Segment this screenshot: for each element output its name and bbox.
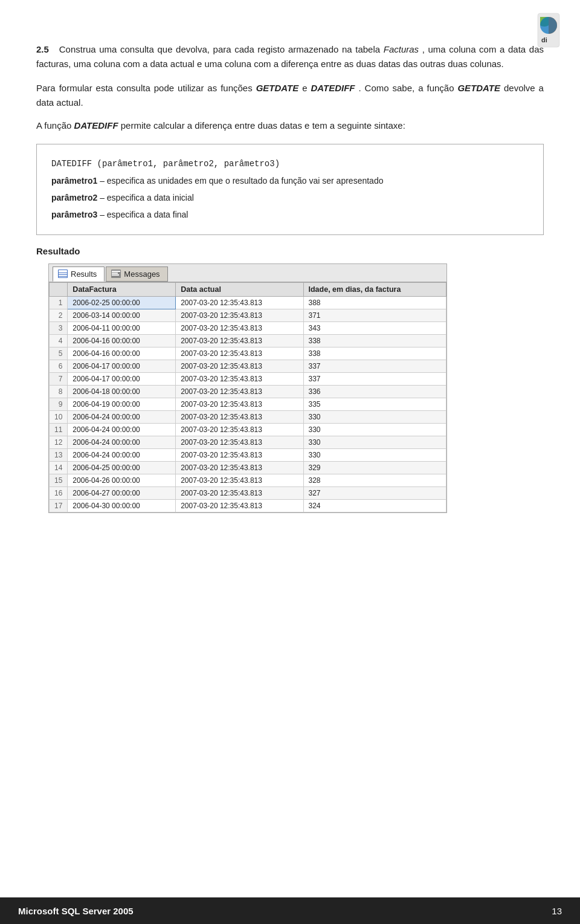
cell-idade: 336 [303,385,446,398]
param1-line: parâmetro1 – especifica as unidades em q… [51,174,529,189]
table-row: 162006-04-27 00:00:002007-03-20 12:35:43… [50,486,446,499]
svg-rect-8 [112,271,120,272]
col-header-idade: Idade, em dias, da factura [303,282,446,296]
cell-idade: 335 [303,398,446,410]
cell-row-num: 1 [50,296,68,309]
para2b-text: permite calcular a diferença entre duas … [121,120,405,131]
resultado-label: Resultado [36,246,544,256]
param1-desc: – especifica as unidades em que o result… [97,176,383,186]
logo: di [514,12,562,48]
syntax-line1: DATEDIFF (parâmetro1, parâmetro2, parâme… [51,157,529,172]
table-row: 92006-04-19 00:00:002007-03-20 12:35:43.… [50,398,446,410]
cell-idade: 330 [303,448,446,461]
cell-idade: 330 [303,436,446,448]
para2-text: A função [36,120,71,131]
results-table-wrapper: DataFactura Data actual Idade, em dias, … [48,282,447,513]
cell-idade: 329 [303,461,446,474]
cell-idade: 338 [303,347,446,360]
cell-dataactual: 2007-03-20 12:35:43.813 [176,499,303,512]
tab-results[interactable]: Results [53,267,105,282]
cell-datafactura: 2006-04-16 00:00:00 [68,334,176,347]
results-tbody: 12006-02-25 00:00:002007-03-20 12:35:43.… [50,296,446,512]
para1-text: Para formular esta consulta pode utiliza… [36,83,253,93]
cell-dataactual: 2007-03-20 12:35:43.813 [176,334,303,347]
cell-row-num: 11 [50,423,68,436]
cell-dataactual: 2007-03-20 12:35:43.813 [176,372,303,385]
cell-datafactura: 2006-04-24 00:00:00 [68,423,176,436]
col-header-row-num [50,282,68,296]
cell-dataactual: 2007-03-20 12:35:43.813 [176,360,303,372]
cell-datafactura: 2006-04-24 00:00:00 [68,448,176,461]
cell-row-num: 14 [50,461,68,474]
table-row: 32006-04-11 00:00:002007-03-20 12:35:43.… [50,321,446,334]
page: di 2.5 Construa uma consulta que devolva… [0,0,580,924]
table-row: 142006-04-25 00:00:002007-03-20 12:35:43… [50,461,446,474]
getdate2-em: GETDATE [457,83,500,93]
svg-rect-9 [112,273,118,274]
cell-dataactual: 2007-03-20 12:35:43.813 [176,410,303,423]
table-row: 22006-03-14 00:00:002007-03-20 12:35:43.… [50,309,446,321]
syntax-box: DATEDIFF (parâmetro1, parâmetro2, parâme… [36,144,544,235]
cell-row-num: 12 [50,436,68,448]
cell-idade: 337 [303,372,446,385]
cell-row-num: 8 [50,385,68,398]
cell-row-num: 13 [50,448,68,461]
footer-page-number: 13 [552,906,562,916]
param1-label: parâmetro1 [51,176,97,186]
cell-idade: 327 [303,486,446,499]
param3-label: parâmetro3 [51,210,97,219]
cell-datafactura: 2006-04-26 00:00:00 [68,474,176,486]
table-row: 152006-04-26 00:00:002007-03-20 12:35:43… [50,474,446,486]
tab-messages[interactable]: Messages [106,267,167,282]
results-icon [58,270,68,278]
table-row: 102006-04-24 00:00:002007-03-20 12:35:43… [50,410,446,423]
cell-datafactura: 2006-03-14 00:00:00 [68,309,176,321]
messages-icon [111,270,121,278]
cell-dataactual: 2007-03-20 12:35:43.813 [176,385,303,398]
cell-dataactual: 2007-03-20 12:35:43.813 [176,321,303,334]
cell-datafactura: 2006-04-24 00:00:00 [68,436,176,448]
cell-dataactual: 2007-03-20 12:35:43.813 [176,296,303,309]
param2-line: parâmetro2 – especifica a data inicial [51,191,529,205]
cell-row-num: 17 [50,499,68,512]
cell-dataactual: 2007-03-20 12:35:43.813 [176,347,303,360]
table-row: 42006-04-16 00:00:002007-03-20 12:35:43.… [50,334,446,347]
cell-idade: 337 [303,360,446,372]
cell-row-num: 16 [50,486,68,499]
svg-rect-3 [59,270,67,273]
cell-row-num: 6 [50,360,68,372]
cell-row-num: 10 [50,410,68,423]
table-row: 72006-04-17 00:00:002007-03-20 12:35:43.… [50,372,446,385]
cell-dataactual: 2007-03-20 12:35:43.813 [176,461,303,474]
intro-paragraph: 2.5 Construa uma consulta que devolva, p… [36,42,544,71]
table-row: 122006-04-24 00:00:002007-03-20 12:35:43… [50,436,446,448]
cell-datafactura: 2006-04-27 00:00:00 [68,486,176,499]
datediff-em: DATEDIFF [311,83,355,93]
cell-datafactura: 2006-04-11 00:00:00 [68,321,176,334]
cell-datafactura: 2006-04-30 00:00:00 [68,499,176,512]
cell-row-num: 15 [50,474,68,486]
cell-dataactual: 2007-03-20 12:35:43.813 [176,474,303,486]
param3-desc: – especifica a data final [97,210,188,219]
param2-desc: – especifica a data inicial [97,193,194,202]
cell-dataactual: 2007-03-20 12:35:43.813 [176,309,303,321]
results-tabs: Results Messages [48,263,447,282]
footer-bar: Microsoft SQL Server 2005 13 [0,897,580,924]
cell-idade: 343 [303,321,446,334]
cell-datafactura: 2006-02-25 00:00:00 [68,296,176,309]
table-row: 62006-04-17 00:00:002007-03-20 12:35:43.… [50,360,446,372]
para2: A função DATEDIFF permite calcular a dif… [36,118,544,133]
cell-row-num: 2 [50,309,68,321]
cell-datafactura: 2006-04-17 00:00:00 [68,372,176,385]
cell-row-num: 7 [50,372,68,385]
cell-row-num: 3 [50,321,68,334]
section-number: 2.5 [36,44,49,54]
cell-datafactura: 2006-04-17 00:00:00 [68,360,176,372]
col-header-dataactual: Data actual [176,282,303,296]
cell-idade: 330 [303,423,446,436]
table-row: 132006-04-24 00:00:002007-03-20 12:35:43… [50,448,446,461]
cell-dataactual: 2007-03-20 12:35:43.813 [176,423,303,436]
svg-text:di: di [541,36,547,44]
cell-idade: 371 [303,309,446,321]
col-header-datafactura: DataFactura [68,282,176,296]
